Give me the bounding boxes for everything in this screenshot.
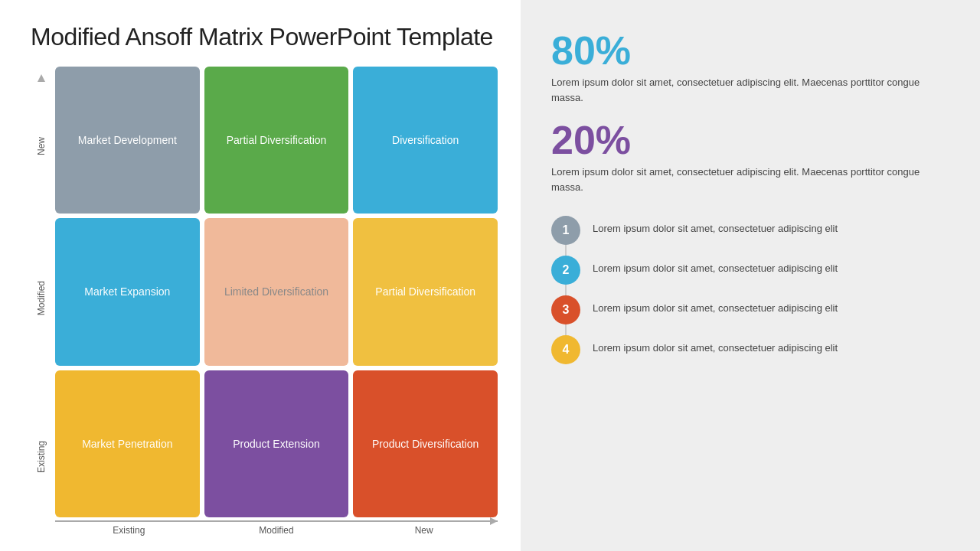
y-labels: NewModifiedExisting (36, 74, 47, 536)
matrix-cell: Diversification (353, 67, 498, 214)
stat-percent: 20% (551, 120, 949, 160)
matrix-and-xaxis: Market DevelopmentPartial Diversificatio… (55, 67, 498, 536)
list-item-circle: 3 (551, 295, 580, 324)
list-item-circle: 4 (551, 335, 580, 364)
x-labels: ExistingModifiedNew (55, 525, 498, 536)
y-axis-label: Modified (36, 281, 47, 315)
list-item-text: Lorem ipsum dolor sit amet, consectetuer… (593, 216, 949, 248)
list-item-text: Lorem ipsum dolor sit amet, consectetuer… (593, 295, 949, 328)
y-axis-label: Existing (36, 441, 47, 473)
list-item-connector: 2 (551, 256, 580, 295)
x-axis-line (55, 520, 498, 522)
stat-description: Lorem ipsum dolor sit amet, consectetuer… (551, 165, 949, 194)
list-item: 4Lorem ipsum dolor sit amet, consectetue… (551, 335, 949, 367)
page: Modified Ansoff Matrix PowerPoint Templa… (0, 0, 980, 551)
page-title: Modified Ansoff Matrix PowerPoint Templa… (31, 23, 498, 51)
list-item: 3Lorem ipsum dolor sit amet, consectetue… (551, 295, 949, 335)
list-item-text: Lorem ipsum dolor sit amet, consectetuer… (593, 256, 949, 288)
list-item-line (565, 324, 567, 335)
x-axis-label: Existing (55, 525, 203, 536)
stat-block: 80%Lorem ipsum dolor sit amet, consectet… (551, 31, 949, 105)
matrix-cell: Market Penetration (55, 370, 200, 517)
matrix-cell: Market Development (55, 67, 200, 214)
list-item-circle: 1 (551, 216, 580, 245)
stat-percent: 80% (551, 31, 949, 70)
list-item: 1Lorem ipsum dolor sit amet, consectetue… (551, 216, 949, 256)
list-item-connector: 3 (551, 295, 580, 335)
matrix-wrapper: NewModifiedExisting Market DevelopmentPa… (31, 67, 498, 536)
y-axis-area: NewModifiedExisting (31, 74, 52, 536)
matrix-cell: Product Diversification (353, 370, 498, 517)
matrix-grid: Market DevelopmentPartial Diversificatio… (55, 67, 498, 517)
matrix-cell: Market Expansion (55, 218, 200, 365)
x-axis-label: Modified (203, 525, 351, 536)
x-axis-area: ExistingModifiedNew (55, 520, 498, 536)
stats-container: 80%Lorem ipsum dolor sit amet, consectet… (551, 31, 949, 210)
right-panel: 80%Lorem ipsum dolor sit amet, consectet… (521, 0, 980, 551)
left-panel: Modified Ansoff Matrix PowerPoint Templa… (0, 0, 521, 551)
list-item-circle: 2 (551, 256, 580, 285)
list-item-connector: 1 (551, 216, 580, 256)
list-item: 2Lorem ipsum dolor sit amet, consectetue… (551, 256, 949, 295)
matrix-cell: Partial Diversification (353, 218, 498, 365)
x-axis-arrow (55, 520, 498, 522)
list-item-connector: 4 (551, 335, 580, 364)
list-item-line (565, 245, 567, 256)
stat-description: Lorem ipsum dolor sit amet, consectetuer… (551, 75, 949, 105)
list-item-text: Lorem ipsum dolor sit amet, consectetuer… (593, 335, 949, 367)
matrix-cell: Limited Diversification (204, 218, 349, 365)
x-axis-label: New (350, 525, 498, 536)
list-items: 1Lorem ipsum dolor sit amet, consectetue… (551, 216, 949, 367)
matrix-cell: Product Extension (204, 370, 349, 517)
y-axis-label: New (36, 137, 47, 155)
matrix-cell: Partial Diversification (204, 67, 349, 214)
stat-block: 20%Lorem ipsum dolor sit amet, consectet… (551, 120, 949, 194)
list-item-line (565, 285, 567, 295)
